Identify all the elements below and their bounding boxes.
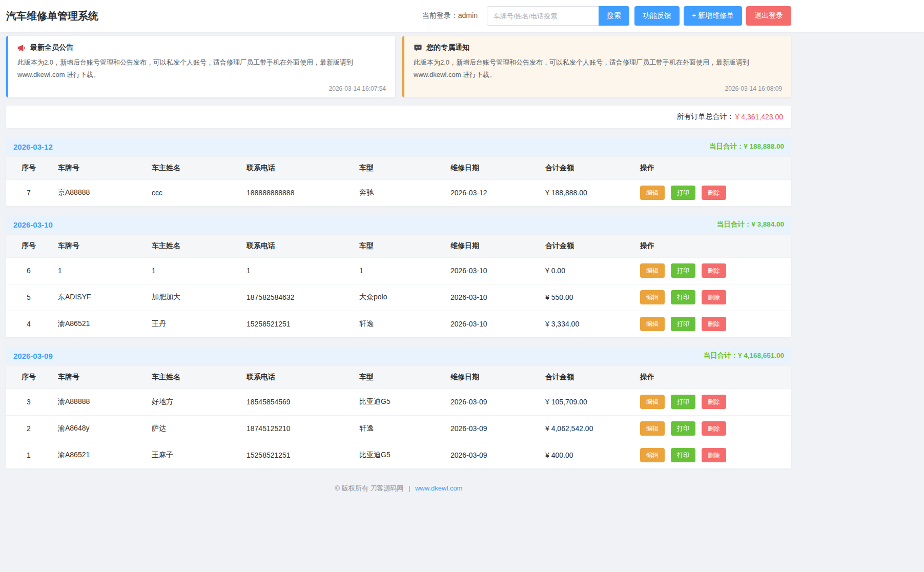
print-button[interactable]: 打印 xyxy=(671,186,695,200)
column-header: 合计金额 xyxy=(539,157,633,179)
daily-total-amount: ¥ 188,888.00 xyxy=(744,142,784,150)
delete-button[interactable]: 删除 xyxy=(702,186,726,200)
speech-bubble-icon xyxy=(414,44,422,52)
print-button[interactable]: 打印 xyxy=(671,395,695,409)
print-button[interactable]: 打印 xyxy=(671,421,695,436)
page-title: 汽车维修单管理系统 xyxy=(6,9,98,23)
daily-total: 当日合计：¥ 4,168,651.00 xyxy=(703,351,784,360)
column-header: 车型 xyxy=(353,235,444,257)
table-header-row: 序号车牌号车主姓名联系电话车型维修日期合计金额操作 xyxy=(6,366,791,389)
cell-repair-date: 2026-03-10 xyxy=(444,311,539,337)
column-header: 维修日期 xyxy=(444,235,539,257)
edit-button[interactable]: 编辑 xyxy=(640,290,665,304)
daily-total: 当日合计：¥ 188,888.00 xyxy=(709,142,784,151)
cell-repair-date: 2026-03-12 xyxy=(444,179,539,206)
column-header: 联系电话 xyxy=(240,235,353,257)
group-date: 2026-03-12 xyxy=(13,142,53,151)
personal-notice-title: 您的专属通知 xyxy=(426,43,469,52)
cell-phone: 188888888888 xyxy=(240,179,353,206)
cell-actions: 编辑 打印 删除 xyxy=(633,389,791,415)
edit-button[interactable]: 编辑 xyxy=(640,421,665,436)
cell-plate: 东ADISYF xyxy=(51,284,145,311)
cell-no: 7 xyxy=(6,179,51,206)
order-groups: 2026-03-12 当日合计：¥ 188,888.00 序号车牌号车主姓名联系… xyxy=(6,138,791,468)
cell-amount: ¥ 188,888.00 xyxy=(539,179,633,206)
cell-no: 6 xyxy=(6,257,51,284)
personal-notice-body: 此版本为2.0，新增后台账号管理和公告发布，可以私发个人账号，适合修理厂员工带手… xyxy=(414,56,782,81)
daily-total-label: 当日合计： xyxy=(703,352,738,359)
cell-phone: 18745125210 xyxy=(240,415,353,442)
logout-button[interactable]: 退出登录 xyxy=(746,6,791,26)
cell-plate: 京A88888 xyxy=(51,179,145,206)
cell-no: 1 xyxy=(6,442,51,468)
cell-amount: ¥ 4,062,542.00 xyxy=(539,415,633,442)
announcement-card: 最新全员公告 此版本为2.0，新增后台账号管理和公告发布，可以私发个人账号，适合… xyxy=(6,36,395,97)
search-input[interactable] xyxy=(487,6,599,26)
edit-button[interactable]: 编辑 xyxy=(640,186,665,200)
footer-copyright: © 版权所有 刀客源码网 xyxy=(335,484,404,492)
cell-model: 轩逸 xyxy=(353,311,444,337)
cell-no: 3 xyxy=(6,389,51,415)
delete-button[interactable]: 删除 xyxy=(702,290,726,304)
cell-actions: 编辑 打印 删除 xyxy=(633,442,791,468)
table-header-row: 序号车牌号车主姓名联系电话车型维修日期合计金额操作 xyxy=(6,157,791,179)
group-header: 2026-03-10 当日合计：¥ 3,884.00 xyxy=(6,216,791,233)
column-header: 合计金额 xyxy=(539,235,633,257)
column-header: 车牌号 xyxy=(51,157,145,179)
cell-repair-date: 2026-03-10 xyxy=(444,284,539,311)
orders-table: 序号车牌号车主姓名联系电话车型维修日期合计金额操作 7 京A88888 ccc … xyxy=(6,157,791,206)
column-header: 维修日期 xyxy=(444,157,539,179)
edit-button[interactable]: 编辑 xyxy=(640,395,665,409)
daily-total-label: 当日合计： xyxy=(709,142,744,150)
delete-button[interactable]: 删除 xyxy=(702,395,726,409)
column-header: 操作 xyxy=(633,235,791,257)
print-button[interactable]: 打印 xyxy=(671,290,695,304)
cell-owner: 1 xyxy=(145,257,240,284)
column-header: 序号 xyxy=(6,157,51,179)
order-group: 2026-03-12 当日合计：¥ 188,888.00 序号车牌号车主姓名联系… xyxy=(6,138,791,206)
column-header: 联系电话 xyxy=(240,157,353,179)
print-button[interactable]: 打印 xyxy=(671,263,695,278)
order-row: 4 渝A86521 王丹 15258521251 轩逸 2026-03-10 ¥… xyxy=(6,311,791,337)
cell-amount: ¥ 400.00 xyxy=(539,442,633,468)
cell-plate: 渝A86521 xyxy=(51,311,145,337)
daily-total-amount: ¥ 4,168,651.00 xyxy=(738,352,784,359)
column-header: 序号 xyxy=(6,366,51,389)
edit-button[interactable]: 编辑 xyxy=(640,448,665,462)
footer-link[interactable]: www.dkewl.com xyxy=(415,484,462,492)
cell-amount: ¥ 550.00 xyxy=(539,284,633,311)
add-order-button[interactable]: + 新增维修单 xyxy=(684,6,742,26)
order-group: 2026-03-09 当日合计：¥ 4,168,651.00 序号车牌号车主姓名… xyxy=(6,347,791,468)
print-button[interactable]: 打印 xyxy=(671,448,695,462)
cell-owner: 王丹 xyxy=(145,311,240,337)
cell-no: 2 xyxy=(6,415,51,442)
announcement-time: 2026-03-14 16:07:54 xyxy=(17,85,386,92)
orders-table: 序号车牌号车主姓名联系电话车型维修日期合计金额操作 3 渝A88888 好地方 … xyxy=(6,366,791,468)
delete-button[interactable]: 删除 xyxy=(702,448,726,462)
column-header: 操作 xyxy=(633,157,791,179)
summary-amount: ¥ 4,361,423.00 xyxy=(735,113,783,121)
cell-phone: 18545854569 xyxy=(240,389,353,415)
delete-button[interactable]: 删除 xyxy=(702,421,726,436)
group-date: 2026-03-10 xyxy=(13,220,53,229)
cell-phone: 187582584632 xyxy=(240,284,353,311)
delete-button[interactable]: 删除 xyxy=(702,263,726,278)
search-button[interactable]: 搜索 xyxy=(599,6,629,26)
cell-owner: 萨达 xyxy=(145,415,240,442)
order-row: 7 京A88888 ccc 188888888888 奔驰 2026-03-12… xyxy=(6,179,791,206)
edit-button[interactable]: 编辑 xyxy=(640,263,665,278)
personal-notice-time: 2026-03-14 16:08:09 xyxy=(414,85,782,92)
cell-plate: 渝A8648y xyxy=(51,415,145,442)
feedback-button[interactable]: 功能反馈 xyxy=(634,6,680,26)
current-login: 当前登录：admin xyxy=(422,11,478,21)
cell-model: 大众polo xyxy=(353,284,444,311)
delete-button[interactable]: 删除 xyxy=(702,317,726,331)
cell-repair-date: 2026-03-09 xyxy=(444,389,539,415)
group-header: 2026-03-12 当日合计：¥ 188,888.00 xyxy=(6,138,791,155)
print-button[interactable]: 打印 xyxy=(671,317,695,331)
cell-actions: 编辑 打印 删除 xyxy=(633,311,791,337)
announcement-title-row: 最新全员公告 xyxy=(17,43,386,52)
daily-total: 当日合计：¥ 3,884.00 xyxy=(717,220,784,229)
cell-phone: 15258521251 xyxy=(240,442,353,468)
edit-button[interactable]: 编辑 xyxy=(640,317,665,331)
